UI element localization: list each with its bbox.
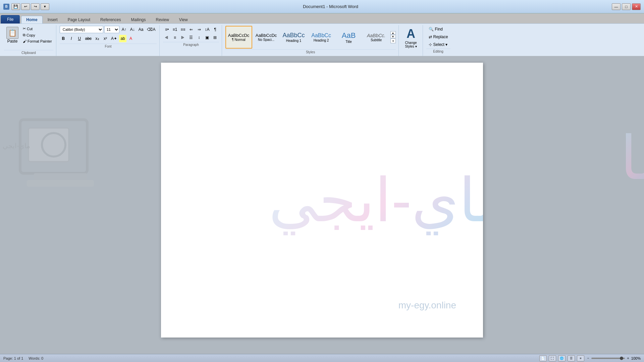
document-workspace: ماي-ايجي ماي-ايجي my-egy.online ما — [0, 56, 644, 354]
bullets-button[interactable]: ≡• — [163, 26, 170, 33]
binoculars-icon: 🔍 — [429, 27, 434, 32]
align-left-button[interactable]: ⫷ — [163, 34, 170, 41]
select-button[interactable]: ⊹ Select ▾ — [426, 41, 450, 48]
paste-button[interactable]: 📋 Paste — [4, 26, 21, 45]
italic-button[interactable]: I — [68, 35, 75, 42]
clear-format-button[interactable]: ⌫A — [146, 26, 157, 33]
underline-button[interactable]: U — [76, 35, 83, 42]
styles-more[interactable]: ▾ — [390, 39, 396, 43]
font-family-select[interactable]: Calibri (Body) — [60, 26, 103, 33]
tab-references[interactable]: References — [95, 16, 126, 23]
customize-button[interactable]: ▾ — [41, 3, 49, 10]
find-button[interactable]: 🔍 Find — [426, 26, 450, 33]
align-center-button[interactable]: ≡ — [171, 34, 178, 41]
show-hide-button[interactable]: ¶ — [212, 26, 219, 33]
copy-icon: ⧉ — [23, 33, 25, 37]
shrink-font-button[interactable]: A↓ — [129, 26, 136, 33]
paragraph-controls: ≡• ≡1 ≡≡ ⇐ ⇒ ↕A ¶ ⫷ ≡ ⫸ ☰ ↕ ▣ — [163, 26, 219, 41]
align-right-button[interactable]: ⫸ — [179, 34, 186, 41]
style-subtitle-label: Subtitle — [371, 38, 382, 42]
increase-indent-button[interactable]: ⇒ — [196, 26, 203, 33]
minimize-button[interactable]: — — [612, 3, 621, 10]
tab-file[interactable]: File — [1, 15, 20, 23]
cut-button[interactable]: ✂ Cut — [21, 26, 53, 32]
tab-review[interactable]: Review — [151, 16, 174, 23]
outline-button[interactable]: ☰ — [568, 355, 575, 361]
print-layout-button[interactable]: 📄 — [539, 355, 547, 361]
paste-icon: 📋 — [6, 27, 18, 39]
style-heading2[interactable]: AaBbCc Heading 2 — [308, 26, 335, 49]
text-highlight-button[interactable]: ab — [119, 35, 126, 42]
justify-button[interactable]: ☰ — [187, 34, 195, 41]
text-effects-button[interactable]: A✦ — [110, 35, 118, 42]
style-normal-label: ¶ Normal — [232, 38, 245, 42]
tab-home[interactable]: Home — [21, 16, 42, 23]
replace-button[interactable]: ⇄ Replace — [426, 34, 450, 40]
styles-container: AaBbCcDc ¶ Normal AaBbCcDc No Spaci... A… — [225, 26, 396, 49]
statusbar: Page: 1 of 1 Words: 0 📄 ⛶ 🌐 ☰ ≡ － ＋ 100% — [0, 354, 644, 362]
style-subtitle[interactable]: AaBbCc. Subtitle — [363, 26, 390, 49]
svg-text:ماي-ايجي: ماي-ايجي — [3, 142, 30, 150]
format-painter-button[interactable]: 🖌 Format Painter — [21, 39, 53, 44]
zoom-slider[interactable] — [591, 358, 625, 359]
document-page[interactable]: ماي-ايجي my-egy.online — [161, 63, 483, 338]
clipboard-content: 📋 Paste ✂ Cut ⧉ Copy 🖌 — [4, 26, 53, 49]
font-size-select[interactable]: 11 — [104, 26, 119, 33]
line-spacing-button[interactable]: ↕ — [195, 34, 203, 41]
style-no-spacing-preview: AaBbCcDc — [256, 33, 277, 38]
numbering-button[interactable]: ≡1 — [171, 26, 178, 33]
zoom-out-icon[interactable]: － — [586, 356, 590, 361]
zoom-level: 100% — [631, 356, 641, 360]
styles-scroll-up[interactable]: ▲ — [390, 31, 396, 35]
sort-button[interactable]: ↕A — [204, 26, 211, 33]
grow-font-button[interactable]: A↑ — [120, 26, 128, 33]
copy-button[interactable]: ⧉ Copy — [21, 32, 53, 38]
watermark-container: ماي-ايجي — [161, 63, 483, 338]
tab-insert[interactable]: Insert — [43, 16, 63, 23]
styles-scroll-down[interactable]: ▼ — [390, 35, 396, 38]
tab-mailings[interactable]: Mailings — [126, 16, 151, 23]
style-h1-label: Heading 1 — [286, 39, 302, 43]
borders-button[interactable]: ⊞ — [211, 34, 219, 41]
style-no-spacing[interactable]: AaBbCcDc No Spaci... — [253, 26, 280, 49]
tab-page-layout[interactable]: Page Layout — [63, 16, 95, 23]
zoom-in-icon[interactable]: ＋ — [626, 356, 630, 361]
change-styles-group: A ChangeStyles ▾ . — [399, 25, 423, 56]
undo-button[interactable]: ↩ — [21, 3, 30, 10]
font-label: Font — [60, 44, 157, 49]
strikethrough-button[interactable]: abc — [84, 35, 93, 42]
font-color-button[interactable]: A — [127, 35, 135, 42]
style-h1-preview: AaBbCc — [283, 32, 305, 39]
watermark-overflow: ما — [620, 123, 644, 193]
style-title-label: Title — [345, 40, 352, 44]
app-icon: B — [3, 4, 9, 10]
style-no-spacing-label: No Spaci... — [258, 38, 274, 42]
quick-access-toolbar: 💾 ↩ ↪ ▾ — [11, 3, 49, 10]
style-title-preview: AaB — [342, 31, 356, 40]
decrease-indent-button[interactable]: ⇐ — [187, 26, 195, 33]
style-title[interactable]: AaB Title — [335, 26, 362, 49]
status-left: Page: 1 of 1 Words: 0 — [3, 356, 43, 360]
full-screen-button[interactable]: ⛶ — [549, 355, 556, 361]
change-styles-button[interactable]: A ChangeStyles ▾ — [402, 26, 420, 49]
svg-rect-1 — [29, 128, 69, 162]
draft-button[interactable]: ≡ — [577, 355, 584, 361]
save-button[interactable]: 💾 — [11, 3, 20, 10]
redo-button[interactable]: ↪ — [31, 3, 40, 10]
web-layout-button[interactable]: 🌐 — [558, 355, 566, 361]
style-normal[interactable]: AaBbCcDc ¶ Normal — [225, 26, 252, 49]
close-button[interactable]: ✕ — [632, 3, 641, 10]
superscript-button[interactable]: x² — [102, 35, 109, 42]
multilevel-button[interactable]: ≡≡ — [179, 26, 186, 33]
change-case-button[interactable]: Aа — [137, 26, 145, 33]
watermark-url: my-egy.online — [398, 300, 456, 311]
maximize-button[interactable]: □ — [622, 3, 631, 10]
logo-svg: ماي-ايجي — [0, 113, 121, 214]
scissors-icon: ✂ — [23, 26, 26, 31]
shading-button[interactable]: ▣ — [203, 34, 211, 41]
style-heading1[interactable]: AaBbCc Heading 1 — [280, 26, 307, 49]
ribbon-content: 📋 Paste ✂ Cut ⧉ Copy 🖌 — [0, 23, 644, 56]
bold-button[interactable]: B — [60, 35, 67, 42]
tab-view[interactable]: View — [174, 16, 193, 23]
subscript-button[interactable]: x₂ — [94, 35, 101, 42]
